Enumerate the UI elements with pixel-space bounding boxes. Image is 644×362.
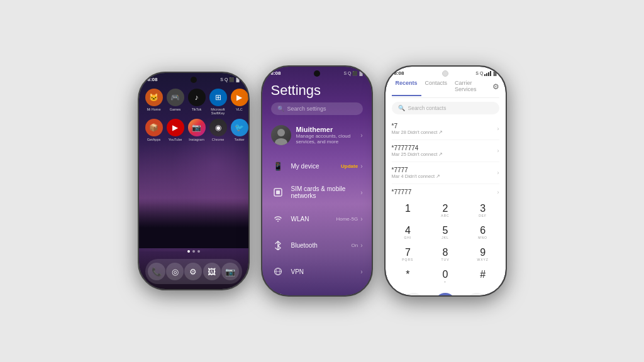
update-badge: Update: [341, 163, 358, 169]
camera-notch: [191, 77, 197, 83]
voicemail-button[interactable]: [403, 293, 425, 295]
recent-number-2: *7777774: [392, 145, 443, 151]
camera-notch-2: [314, 70, 320, 77]
key-hash[interactable]: #: [464, 266, 502, 288]
bluetooth-icon: [271, 238, 285, 252]
recent-chevron-3: ›: [497, 170, 499, 176]
dock-gallery-icon[interactable]: 🖼: [203, 263, 221, 280]
key-4[interactable]: 4 GHI: [389, 222, 427, 244]
svg-rect-14: [488, 72, 489, 76]
page-dot-1: [187, 250, 190, 253]
sim-icon: [271, 185, 285, 199]
page-dot-2: [192, 250, 195, 253]
recent-calls-list: *7 Mar 28 Didn't connect ↗ › *7777774 Ma…: [386, 118, 506, 200]
settings-search-bar[interactable]: 🔍 Search settings: [271, 102, 363, 115]
settings-profile-item[interactable]: Miuithemer Manage accounts, cloud servic…: [262, 120, 372, 150]
tab-carrier[interactable]: Carrier Services: [451, 77, 492, 96]
my-device-icon: 📱: [271, 159, 285, 173]
settings-item-bluetooth-label: Bluetooth: [291, 242, 352, 249]
recent-call-3[interactable]: *7777 Mar 4 Didn't connect ↗ ›: [392, 162, 499, 184]
key-2[interactable]: 2 ABC: [426, 200, 464, 222]
dock-voicemail-icon[interactable]: ◎: [166, 263, 184, 280]
search-icon: 🔍: [277, 106, 284, 112]
settings-item-my-device-label: My device: [291, 163, 341, 170]
dialer-bottom-dock: 📞: [386, 289, 506, 295]
vpn-chevron-icon: ›: [360, 268, 362, 275]
wlan-value: Home-5G: [336, 216, 358, 222]
profile-chevron-icon: ›: [360, 132, 362, 139]
dock-settings-icon[interactable]: ⚙: [184, 263, 202, 280]
settings-item-sim-label: SIM cards & mobile networks: [291, 185, 361, 199]
wallpaper-rocks: [139, 198, 248, 248]
settings-item-my-device[interactable]: 📱 My device Update ›: [262, 153, 372, 179]
key-0[interactable]: 0 +: [426, 266, 464, 288]
dock-phone-icon[interactable]: 📞: [148, 263, 165, 280]
status-time-3: 8:08: [394, 70, 404, 76]
recent-chevron-2: ›: [497, 148, 499, 154]
recent-meta-3: Mar 4 Didn't connect ↗: [392, 173, 441, 179]
phone-1: 8:08 S Q ⬛ ▓ 🐱 Mi Home 🎮 Games ♪ TikTok: [138, 72, 250, 290]
recent-call-1[interactable]: *7 Mar 28 Didn't connect ↗ ›: [392, 118, 499, 140]
tab-divider: [392, 97, 499, 98]
signal-icon: [484, 71, 492, 76]
home-dock: 📞 ◎ ⚙ 🖼 📷: [145, 259, 242, 284]
status-time-2: 8:08: [271, 70, 281, 76]
recent-number-3: *7777: [392, 167, 441, 173]
tab-recents[interactable]: Recents: [392, 77, 421, 96]
vpn-icon: [271, 265, 285, 278]
recent-call-2[interactable]: *7777774 Mar 25 Didn't connect ↗ ›: [392, 140, 499, 162]
phone-3: 8:08 SQ ▓ Recents Contacts Carrier Servi…: [384, 65, 507, 297]
key-8[interactable]: 8 TUV: [426, 244, 464, 266]
favorites-button[interactable]: [466, 293, 487, 295]
key-5[interactable]: 5 JKL: [426, 222, 464, 244]
status-time-1: 8:08: [148, 77, 158, 82]
recent-number-1: *7: [392, 123, 443, 129]
svg-rect-13: [486, 73, 487, 76]
call-button[interactable]: 📞: [435, 293, 456, 295]
svg-point-8: [279, 294, 282, 295]
search-icon-dialer: 🔍: [398, 105, 405, 111]
svg-rect-15: [490, 71, 491, 76]
dock-camera-icon[interactable]: 📷: [221, 263, 239, 280]
recent-call-4[interactable]: *77777 ›: [392, 184, 499, 200]
settings-item-connection-sharing[interactable]: Connection & sharing ›: [262, 285, 372, 295]
settings-item-wlan-label: WLAN: [291, 216, 336, 222]
key-1[interactable]: 1: [389, 200, 427, 222]
wlan-icon: [271, 212, 285, 226]
dialer-search-placeholder: Search contacts: [408, 105, 447, 111]
settings-item-bluetooth[interactable]: Bluetooth On ›: [262, 232, 372, 258]
dialer-header: Recents Contacts Carrier Services ⚙: [386, 77, 506, 97]
phone-2: 8:08 S Q ⬛ ▓ Settings 🔍 Search settings …: [261, 65, 373, 297]
settings-item-sim[interactable]: SIM cards & mobile networks ›: [262, 179, 372, 206]
dialer-tab-bar: Recents Contacts Carrier Services: [392, 77, 492, 96]
profile-info: Miuithemer Manage accounts, cloud servic…: [296, 126, 356, 145]
dialer-search-bar[interactable]: 🔍 Search contacts: [392, 102, 499, 114]
settings-item-vpn-label: VPN: [291, 268, 361, 275]
svg-rect-3: [276, 190, 280, 194]
key-6[interactable]: 6 MNO: [464, 222, 502, 244]
gear-icon[interactable]: ⚙: [492, 82, 499, 91]
recent-meta-2: Mar 25 Didn't connect ↗: [392, 151, 443, 157]
key-3[interactable]: 3 DEF: [464, 200, 502, 222]
key-star[interactable]: *: [389, 266, 427, 288]
settings-item-vpn[interactable]: VPN ›: [262, 258, 372, 285]
my-device-chevron-icon: ›: [360, 163, 362, 170]
bluetooth-chevron-icon: ›: [360, 242, 362, 249]
wlan-chevron-icon: ›: [360, 216, 362, 222]
settings-title: Settings: [262, 77, 372, 102]
page-dots: [187, 250, 200, 253]
connection-sharing-icon: [271, 291, 285, 295]
key-7[interactable]: 7 PQRS: [389, 244, 427, 266]
phone-2-screen: 8:08 S Q ⬛ ▓ Settings 🔍 Search settings …: [262, 67, 372, 295]
status-icons-1: S Q ⬛ ▓: [220, 77, 239, 82]
bluetooth-value: On: [351, 243, 358, 248]
key-9[interactable]: 9 WXYZ: [464, 244, 502, 266]
recent-chevron-1: ›: [497, 126, 499, 132]
camera-notch-3: [442, 70, 448, 77]
tab-contacts[interactable]: Contacts: [421, 77, 452, 96]
status-icons-2: S Q ⬛ ▓: [343, 71, 362, 76]
settings-item-wlan[interactable]: WLAN Home-5G ›: [262, 206, 372, 232]
profile-subtitle: Manage accounts, cloud services, and mor…: [296, 133, 356, 145]
page-dot-3: [197, 250, 200, 253]
svg-point-4: [277, 221, 279, 222]
